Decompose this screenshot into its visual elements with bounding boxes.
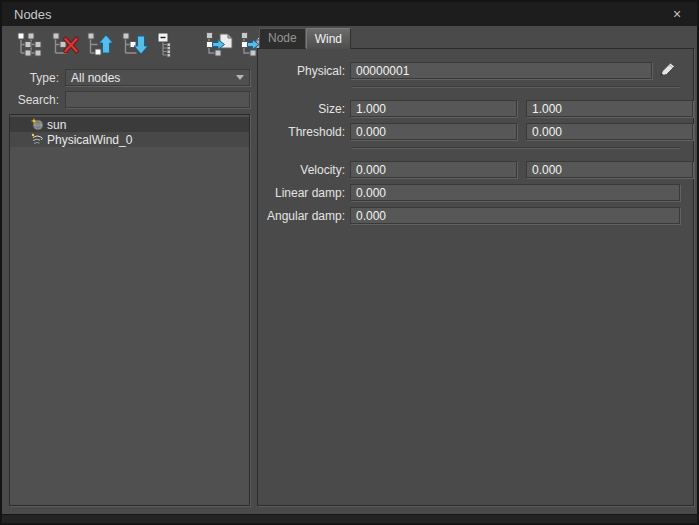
delete-node-icon bbox=[52, 32, 79, 60]
window-title: Nodes bbox=[14, 7, 52, 22]
tab-wind[interactable]: Wind bbox=[306, 28, 351, 49]
move-down-icon bbox=[122, 32, 149, 60]
window-bottom-edge bbox=[2, 514, 697, 523]
nodes-toolbar bbox=[5, 27, 252, 61]
sun-icon bbox=[31, 118, 44, 131]
linear-damp-row: Linear damp: bbox=[258, 184, 680, 201]
search-input[interactable] bbox=[65, 91, 250, 108]
threshold-label: Threshold: bbox=[258, 125, 350, 139]
tree-item-physicalwind[interactable]: PhysicalWind_0 bbox=[10, 132, 249, 147]
angular-damp-input[interactable] bbox=[350, 207, 680, 224]
search-row: Search: bbox=[5, 91, 252, 108]
threshold-x-input[interactable] bbox=[350, 123, 517, 140]
tree-item-label: PhysicalWind_0 bbox=[47, 133, 132, 147]
nodes-list-panel: Type: All nodes Search: sun bbox=[5, 27, 252, 506]
new-node-icon bbox=[17, 32, 44, 60]
new-node-button[interactable] bbox=[17, 33, 44, 59]
copy-to-document-icon bbox=[206, 32, 233, 60]
size-row: Size: bbox=[258, 100, 680, 117]
velocity-y-input[interactable] bbox=[526, 161, 693, 178]
move-up-icon bbox=[87, 32, 114, 60]
type-dropdown-value: All nodes bbox=[71, 71, 120, 85]
wind-tab-content: Physical: Size: bbox=[257, 48, 694, 506]
physical-label: Physical: bbox=[258, 64, 350, 78]
separator bbox=[352, 147, 680, 149]
linear-damp-label: Linear damp: bbox=[258, 186, 350, 200]
delete-node-button[interactable] bbox=[52, 33, 79, 59]
chevron-down-icon bbox=[236, 75, 244, 80]
wind-icon bbox=[31, 133, 44, 146]
tree-item-label: sun bbox=[47, 118, 66, 132]
pencil-icon bbox=[658, 61, 678, 81]
velocity-row: Velocity: bbox=[258, 161, 680, 178]
separator bbox=[352, 86, 680, 88]
size-label: Size: bbox=[258, 102, 350, 116]
angular-damp-row: Angular damp: bbox=[258, 207, 680, 224]
title-bar: Nodes × bbox=[2, 2, 697, 26]
window-content: Type: All nodes Search: sun bbox=[2, 26, 697, 514]
nodes-window: Nodes × bbox=[0, 0, 699, 525]
physical-input[interactable] bbox=[350, 62, 652, 79]
collapse-tree-button[interactable] bbox=[157, 33, 184, 59]
type-filter-row: Type: All nodes bbox=[5, 69, 252, 86]
type-label: Type: bbox=[5, 71, 65, 85]
node-tree: sun PhysicalWind_0 bbox=[9, 114, 250, 506]
edit-physical-button[interactable] bbox=[656, 62, 680, 80]
tree-item-sun[interactable]: sun bbox=[10, 117, 249, 132]
linear-damp-input[interactable] bbox=[350, 184, 680, 201]
physical-row: Physical: bbox=[258, 62, 680, 79]
tab-node[interactable]: Node bbox=[259, 28, 306, 48]
size-x-input[interactable] bbox=[350, 100, 517, 117]
close-button[interactable]: × bbox=[669, 8, 685, 21]
velocity-x-input[interactable] bbox=[350, 161, 517, 178]
velocity-label: Velocity: bbox=[258, 163, 350, 177]
threshold-row: Threshold: bbox=[258, 123, 680, 140]
threshold-y-input[interactable] bbox=[526, 123, 693, 140]
node-properties-panel: Node Wind Physical: bbox=[257, 27, 694, 506]
properties-tabbar: Node Wind bbox=[257, 27, 694, 48]
search-label: Search: bbox=[5, 93, 65, 107]
collapse-tree-icon bbox=[157, 32, 184, 60]
move-node-up-button[interactable] bbox=[87, 33, 114, 59]
size-y-input[interactable] bbox=[526, 100, 693, 117]
copy-node-to-document-button[interactable] bbox=[206, 33, 233, 59]
type-dropdown[interactable]: All nodes bbox=[65, 69, 250, 86]
close-icon: × bbox=[673, 6, 681, 22]
angular-damp-label: Angular damp: bbox=[258, 209, 350, 223]
move-node-down-button[interactable] bbox=[122, 33, 149, 59]
